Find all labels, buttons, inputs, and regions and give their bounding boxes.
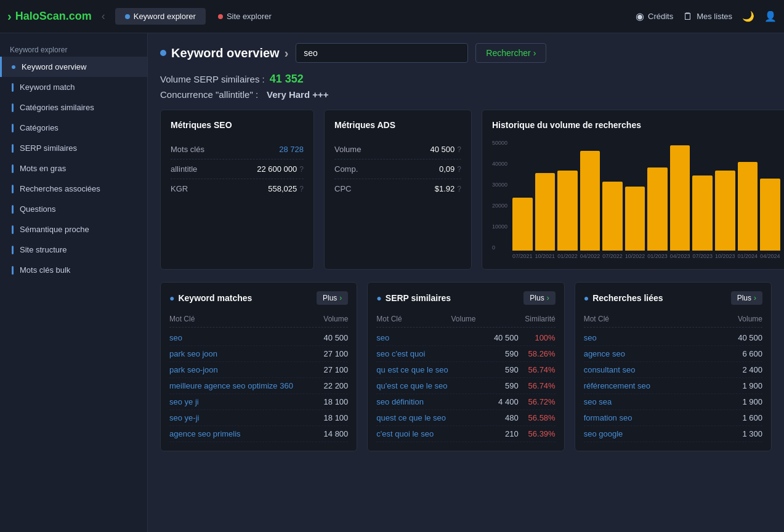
volume-value: 40 500	[317, 333, 348, 342]
volume-value: 590	[488, 381, 519, 390]
table-row: quest ce que le seo48056.58%	[376, 410, 555, 426]
table-row: agence seo primelis14 800	[169, 426, 348, 442]
nav-collapse-button[interactable]: ‹	[102, 10, 105, 23]
nav-tab-label: Keyword explorer	[134, 12, 196, 21]
keyword-link[interactable]: park seo-joon	[169, 365, 317, 374]
volume-value: 4 400	[488, 397, 519, 406]
keyword-link[interactable]: agence seo primelis	[169, 429, 317, 438]
keyword-link[interactable]: park seo joon	[169, 349, 317, 358]
recherches-plus-button[interactable]: Plus ›	[731, 291, 762, 305]
serp-similaires-card: ● SERP similaires Plus › Mot Clé Volume …	[367, 282, 564, 451]
keyword-link[interactable]: qu est ce que le seo	[376, 365, 487, 374]
keyword-link[interactable]: quest ce que le seo	[376, 413, 487, 422]
keyword-link[interactable]: meilleure agence seo optimize 360	[169, 381, 317, 390]
breadcrumb-chevron: ›	[285, 46, 289, 60]
seo-rows: Mots clés28 728allintitle22 600 000?KGR5…	[171, 140, 304, 198]
volume-value: 14 800	[317, 429, 348, 438]
sidebar-item-mots-en-gras[interactable]: Mots en gras	[0, 158, 147, 179]
nav-tabs: Keyword explorer Site explorer	[115, 8, 636, 25]
keyword-link[interactable]: seo google	[584, 429, 732, 438]
listes-button[interactable]: 🗒 Mes listes	[683, 11, 732, 22]
sidebar-item-catégories-similaires[interactable]: Catégories similaires	[0, 97, 147, 118]
keyword-link[interactable]: seo	[376, 333, 487, 342]
page-title-text: Keyword overview	[171, 46, 280, 60]
chart-x-label: 10/2021	[535, 253, 556, 259]
sidebar-item-recherches-associées[interactable]: Recherches associées	[0, 179, 147, 199]
metric-name: Mots clés	[171, 145, 204, 154]
keyword-link[interactable]: seo c'est quoi	[376, 349, 487, 358]
help-icon[interactable]: ?	[299, 185, 304, 193]
table-row: park seo joon27 100	[169, 346, 348, 362]
similarity-value: 58.26%	[519, 349, 556, 358]
help-icon[interactable]: ?	[457, 145, 461, 154]
sidebar-bar-icon	[12, 144, 14, 153]
keyword-link[interactable]: seo ye-ji	[169, 413, 317, 422]
metric-name: KGR	[171, 184, 188, 193]
keyword-link[interactable]: agence seo	[584, 349, 732, 358]
sidebar-item-keyword-match[interactable]: Keyword match	[0, 77, 147, 97]
keyword-link[interactable]: seo	[169, 333, 317, 342]
serp-rows: seo40 500100%seo c'est quoi59058.26%qu e…	[376, 330, 555, 442]
help-icon[interactable]: ?	[457, 165, 461, 174]
volume-value: 210	[488, 429, 519, 438]
user-icon: 👤	[764, 10, 777, 22]
main-content: Keyword overview › Rechercher › Volume S…	[148, 33, 784, 532]
sidebar-bar-icon	[12, 205, 14, 214]
seo-card-title: Métriques SEO	[171, 120, 304, 130]
volume-label: Volume SERP similaires :	[160, 74, 265, 84]
keyword-link[interactable]: consultant seo	[584, 365, 732, 374]
table-row: seo40 500	[169, 330, 348, 346]
nav-tab-site-explorer[interactable]: Site explorer	[208, 8, 281, 25]
metric-value: 22 600 000?	[257, 164, 304, 174]
keyword-matches-plus-button[interactable]: Plus ›	[317, 291, 348, 305]
search-button[interactable]: Rechercher ›	[475, 43, 546, 63]
theme-toggle[interactable]: 🌙	[742, 10, 754, 22]
metric-row: allintitle22 600 000?	[171, 159, 304, 179]
bottom-row: ● Keyword matches Plus › Mot Clé Volume …	[160, 282, 772, 451]
keyword-link[interactable]: qu'est ce que le seo	[376, 381, 487, 390]
concurrence-value: Very Hard +++	[267, 89, 329, 100]
sidebar-item-mots-clés-bulk[interactable]: Mots clés bulk	[0, 260, 147, 280]
dot-icon	[125, 14, 130, 19]
keyword-link[interactable]: seo sea	[584, 397, 732, 406]
user-button[interactable]: 👤	[764, 10, 777, 22]
keyword-link[interactable]: référencement seo	[584, 381, 732, 390]
keyword-link[interactable]: c'est quoi le seo	[376, 429, 487, 438]
sidebar-item-site-structure[interactable]: Site structure	[0, 240, 147, 260]
listes-label: Mes listes	[697, 12, 732, 21]
help-icon[interactable]: ?	[457, 185, 461, 193]
credits-icon: ◉	[636, 10, 644, 22]
sidebar-item-label: Catégories	[20, 123, 59, 132]
layout: Keyword explorer Keyword overviewKeyword…	[0, 33, 784, 532]
sidebar-item-questions[interactable]: Questions	[0, 199, 147, 219]
keyword-link[interactable]: seo	[584, 333, 732, 342]
nav-tab-keyword-explorer[interactable]: Keyword explorer	[115, 8, 206, 25]
keyword-link[interactable]: seo définition	[376, 397, 487, 406]
sidebar-item-serp-similaires[interactable]: SERP similaires	[0, 138, 147, 158]
volume-value: 22 200	[317, 381, 348, 390]
search-input[interactable]	[296, 43, 468, 63]
page-header: Keyword overview › Rechercher ›	[160, 43, 772, 63]
sidebar-item-label: SERP similaires	[20, 143, 77, 153]
sidebar-item-keyword-overview[interactable]: Keyword overview	[0, 57, 147, 77]
history-card-title: Historique du volume de recherches	[492, 120, 783, 130]
keyword-link[interactable]: seo ye ji	[169, 397, 317, 406]
history-card: Historique du volume de recherches 50000…	[482, 110, 784, 270]
chart-x-label: 01/2024	[738, 253, 758, 259]
chart-x-label: 04/2023	[670, 253, 690, 259]
help-icon[interactable]: ?	[299, 165, 304, 174]
ads-card-title: Métriques ADS	[334, 120, 461, 130]
moon-icon: 🌙	[742, 10, 754, 22]
table-row: seo40 500100%	[376, 330, 555, 346]
title-dot-icon	[160, 50, 166, 56]
sidebar: Keyword explorer Keyword overviewKeyword…	[0, 33, 148, 532]
logo[interactable]: › HaloScan.com	[7, 9, 92, 23]
volume-value: 18 100	[317, 413, 348, 422]
chart-container: 50000400003000020000100000 07/202110/202…	[492, 140, 783, 259]
sidebar-item-sémantique-proche[interactable]: Sémantique proche	[0, 219, 147, 240]
serp-plus-button[interactable]: Plus ›	[523, 291, 555, 305]
volume-value: 1 600	[732, 413, 762, 422]
sidebar-item-catégories[interactable]: Catégories	[0, 118, 147, 138]
keyword-link[interactable]: formation seo	[584, 413, 732, 422]
credits-button[interactable]: ◉ Crédits	[636, 10, 673, 22]
